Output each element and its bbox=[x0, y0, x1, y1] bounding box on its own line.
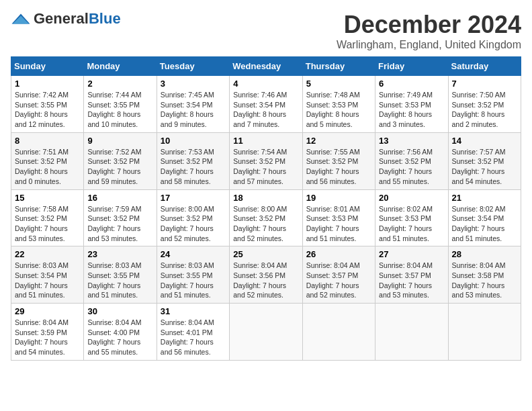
calendar-day-cell: 14Sunrise: 7:57 AMSunset: 3:52 PMDayligh… bbox=[448, 132, 521, 189]
day-info: Sunrise: 7:44 AMSunset: 3:55 PMDaylight:… bbox=[87, 90, 152, 130]
calendar-day-cell bbox=[230, 304, 302, 361]
calendar-day-cell bbox=[375, 304, 448, 361]
logo: GeneralBlue bbox=[11, 11, 121, 27]
day-number: 29 bbox=[15, 306, 80, 316]
calendar-day-cell: 7Sunrise: 7:50 AMSunset: 3:52 PMDaylight… bbox=[448, 76, 521, 133]
calendar-day-cell: 25Sunrise: 8:04 AMSunset: 3:56 PMDayligh… bbox=[230, 246, 302, 304]
day-number: 2 bbox=[87, 79, 152, 89]
weekday-header-cell: Thursday bbox=[302, 57, 375, 76]
day-info: Sunrise: 8:03 AMSunset: 3:55 PMDaylight:… bbox=[87, 261, 152, 300]
day-number: 15 bbox=[15, 193, 80, 203]
day-info: Sunrise: 8:02 AMSunset: 3:54 PMDaylight:… bbox=[452, 204, 517, 244]
day-info: Sunrise: 8:03 AMSunset: 3:54 PMDaylight:… bbox=[15, 261, 80, 300]
weekday-header-cell: Monday bbox=[84, 57, 157, 76]
day-info: Sunrise: 7:54 AMSunset: 3:52 PMDaylight:… bbox=[233, 147, 298, 187]
calendar-day-cell: 22Sunrise: 8:03 AMSunset: 3:54 PMDayligh… bbox=[11, 246, 84, 304]
logo-icon bbox=[11, 13, 31, 25]
day-number: 24 bbox=[161, 249, 226, 259]
day-info: Sunrise: 7:46 AMSunset: 3:54 PMDaylight:… bbox=[233, 90, 298, 130]
day-info: Sunrise: 7:59 AMSunset: 3:52 PMDaylight:… bbox=[87, 204, 152, 244]
day-number: 7 bbox=[452, 79, 517, 89]
day-info: Sunrise: 8:04 AMSunset: 4:01 PMDaylight:… bbox=[161, 318, 226, 357]
day-info: Sunrise: 8:04 AMSunset: 3:56 PMDaylight:… bbox=[233, 261, 298, 300]
day-info: Sunrise: 8:04 AMSunset: 3:57 PMDaylight:… bbox=[306, 261, 371, 300]
day-number: 18 bbox=[233, 193, 298, 203]
calendar-day-cell: 9Sunrise: 7:52 AMSunset: 3:52 PMDaylight… bbox=[84, 132, 157, 189]
calendar-day-cell: 12Sunrise: 7:55 AMSunset: 3:52 PMDayligh… bbox=[302, 132, 375, 189]
page-header: GeneralBlue December 2024 Warlingham, En… bbox=[11, 11, 521, 51]
calendar-day-cell: 1Sunrise: 7:42 AMSunset: 3:55 PMDaylight… bbox=[11, 76, 84, 133]
day-number: 4 bbox=[233, 79, 298, 89]
day-number: 10 bbox=[161, 136, 226, 146]
calendar-day-cell: 6Sunrise: 7:49 AMSunset: 3:53 PMDaylight… bbox=[375, 76, 448, 133]
calendar-day-cell: 29Sunrise: 8:04 AMSunset: 3:59 PMDayligh… bbox=[11, 304, 84, 361]
day-number: 21 bbox=[452, 193, 517, 203]
day-number: 23 bbox=[87, 249, 152, 259]
calendar-day-cell: 4Sunrise: 7:46 AMSunset: 3:54 PMDaylight… bbox=[230, 76, 302, 133]
location-title: Warlingham, England, United Kingdom bbox=[337, 39, 521, 51]
calendar-body: 1Sunrise: 7:42 AMSunset: 3:55 PMDaylight… bbox=[11, 76, 521, 361]
calendar-header-row: SundayMondayTuesdayWednesdayThursdayFrid… bbox=[11, 57, 521, 76]
day-info: Sunrise: 8:01 AMSunset: 3:53 PMDaylight:… bbox=[306, 204, 371, 244]
calendar-day-cell: 28Sunrise: 8:04 AMSunset: 3:58 PMDayligh… bbox=[448, 246, 521, 304]
day-number: 27 bbox=[379, 249, 444, 259]
calendar-day-cell: 24Sunrise: 8:03 AMSunset: 3:55 PMDayligh… bbox=[157, 246, 229, 304]
calendar-day-cell: 23Sunrise: 8:03 AMSunset: 3:55 PMDayligh… bbox=[84, 246, 157, 304]
day-info: Sunrise: 7:49 AMSunset: 3:53 PMDaylight:… bbox=[379, 90, 444, 130]
calendar-day-cell: 2Sunrise: 7:44 AMSunset: 3:55 PMDaylight… bbox=[84, 76, 157, 133]
calendar-day-cell: 11Sunrise: 7:54 AMSunset: 3:52 PMDayligh… bbox=[230, 132, 302, 189]
day-number: 16 bbox=[87, 193, 152, 203]
calendar-week-row: 22Sunrise: 8:03 AMSunset: 3:54 PMDayligh… bbox=[11, 246, 521, 304]
calendar-day-cell: 5Sunrise: 7:48 AMSunset: 3:53 PMDaylight… bbox=[302, 76, 375, 133]
day-info: Sunrise: 7:51 AMSunset: 3:52 PMDaylight:… bbox=[15, 147, 80, 187]
day-number: 22 bbox=[15, 249, 80, 259]
day-number: 8 bbox=[15, 136, 80, 146]
calendar-day-cell bbox=[448, 304, 521, 361]
day-number: 25 bbox=[233, 249, 298, 259]
calendar-week-row: 15Sunrise: 7:58 AMSunset: 3:52 PMDayligh… bbox=[11, 189, 521, 246]
calendar-day-cell: 8Sunrise: 7:51 AMSunset: 3:52 PMDaylight… bbox=[11, 132, 84, 189]
calendar-day-cell: 10Sunrise: 7:53 AMSunset: 3:52 PMDayligh… bbox=[157, 132, 229, 189]
calendar-week-row: 29Sunrise: 8:04 AMSunset: 3:59 PMDayligh… bbox=[11, 304, 521, 361]
day-info: Sunrise: 7:58 AMSunset: 3:52 PMDaylight:… bbox=[15, 204, 80, 244]
calendar-day-cell bbox=[302, 304, 375, 361]
day-number: 5 bbox=[306, 79, 371, 89]
day-info: Sunrise: 8:03 AMSunset: 3:55 PMDaylight:… bbox=[161, 261, 226, 300]
day-info: Sunrise: 7:52 AMSunset: 3:52 PMDaylight:… bbox=[87, 147, 152, 187]
calendar-day-cell: 17Sunrise: 8:00 AMSunset: 3:52 PMDayligh… bbox=[157, 189, 229, 246]
day-number: 12 bbox=[306, 136, 371, 146]
day-info: Sunrise: 8:04 AMSunset: 3:57 PMDaylight:… bbox=[379, 261, 444, 300]
day-number: 3 bbox=[161, 79, 226, 89]
logo-text: GeneralBlue bbox=[34, 11, 121, 27]
calendar-day-cell: 21Sunrise: 8:02 AMSunset: 3:54 PMDayligh… bbox=[448, 189, 521, 246]
day-info: Sunrise: 8:02 AMSunset: 3:53 PMDaylight:… bbox=[379, 204, 444, 244]
day-number: 31 bbox=[161, 306, 226, 316]
day-info: Sunrise: 7:55 AMSunset: 3:52 PMDaylight:… bbox=[306, 147, 371, 187]
day-number: 14 bbox=[452, 136, 517, 146]
day-info: Sunrise: 7:45 AMSunset: 3:54 PMDaylight:… bbox=[161, 90, 226, 130]
day-info: Sunrise: 7:50 AMSunset: 3:52 PMDaylight:… bbox=[452, 90, 517, 130]
month-title: December 2024 bbox=[337, 11, 521, 39]
weekday-header-cell: Saturday bbox=[448, 57, 521, 76]
weekday-header-cell: Friday bbox=[375, 57, 448, 76]
weekday-header-cell: Sunday bbox=[11, 57, 84, 76]
day-info: Sunrise: 7:48 AMSunset: 3:53 PMDaylight:… bbox=[306, 90, 371, 130]
day-info: Sunrise: 8:04 AMSunset: 3:58 PMDaylight:… bbox=[452, 261, 517, 300]
day-number: 1 bbox=[15, 79, 80, 89]
calendar-day-cell: 16Sunrise: 7:59 AMSunset: 3:52 PMDayligh… bbox=[84, 189, 157, 246]
day-info: Sunrise: 8:00 AMSunset: 3:52 PMDaylight:… bbox=[161, 204, 226, 244]
day-number: 19 bbox=[306, 193, 371, 203]
calendar-day-cell: 31Sunrise: 8:04 AMSunset: 4:01 PMDayligh… bbox=[157, 304, 229, 361]
day-info: Sunrise: 7:57 AMSunset: 3:52 PMDaylight:… bbox=[452, 147, 517, 187]
svg-marker-1 bbox=[13, 16, 29, 24]
day-number: 9 bbox=[87, 136, 152, 146]
day-number: 20 bbox=[379, 193, 444, 203]
day-number: 6 bbox=[379, 79, 444, 89]
calendar-day-cell: 27Sunrise: 8:04 AMSunset: 3:57 PMDayligh… bbox=[375, 246, 448, 304]
day-number: 26 bbox=[306, 249, 371, 259]
day-number: 13 bbox=[379, 136, 444, 146]
calendar-week-row: 1Sunrise: 7:42 AMSunset: 3:55 PMDaylight… bbox=[11, 76, 521, 133]
day-number: 28 bbox=[452, 249, 517, 259]
calendar-day-cell: 13Sunrise: 7:56 AMSunset: 3:52 PMDayligh… bbox=[375, 132, 448, 189]
calendar-day-cell: 30Sunrise: 8:04 AMSunset: 4:00 PMDayligh… bbox=[84, 304, 157, 361]
